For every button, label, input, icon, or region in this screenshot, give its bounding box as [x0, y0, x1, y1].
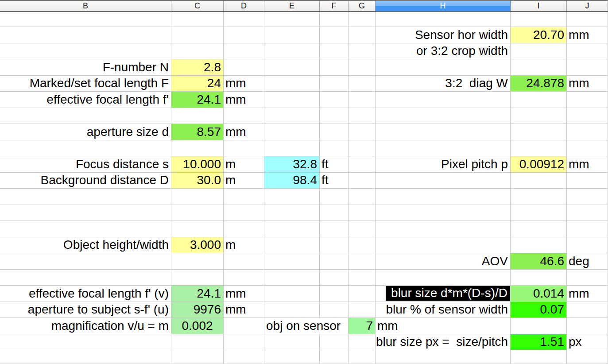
cell-G14[interactable]: [349, 221, 376, 237]
cell-J15[interactable]: [567, 237, 608, 254]
cell-I18[interactable]: 0.014: [511, 286, 567, 302]
cell-I20[interactable]: [511, 318, 567, 334]
cell-D5[interactable]: mm: [224, 76, 264, 92]
column-header-B[interactable]: B: [0, 1, 171, 11]
cell-H15[interactable]: [376, 237, 511, 254]
cell-C5[interactable]: 24: [171, 76, 224, 92]
cell-B9[interactable]: [0, 140, 171, 157]
cell-C2[interactable]: [171, 27, 224, 43]
cell-D18[interactable]: mm: [224, 286, 264, 302]
cell-H20[interactable]: mm: [376, 318, 511, 334]
cell-G20[interactable]: 7: [349, 318, 376, 334]
cell-H16[interactable]: AOV: [376, 253, 511, 270]
column-header-F[interactable]: F: [320, 1, 349, 11]
cell-J20[interactable]: [567, 318, 608, 334]
cell-G1[interactable]: [349, 12, 376, 27]
cell-G8[interactable]: [349, 124, 376, 140]
cell-I17[interactable]: [511, 270, 567, 286]
cell-F16[interactable]: [320, 253, 349, 270]
cell-H5[interactable]: 3:2 diag W: [376, 76, 511, 92]
cell-I21[interactable]: 1.51: [511, 334, 567, 351]
cell-J1[interactable]: [567, 12, 608, 27]
cell-I10[interactable]: 0.00912: [511, 156, 567, 173]
cell-D1[interactable]: [224, 12, 264, 27]
column-header-C[interactable]: C: [171, 1, 224, 11]
cell-G4[interactable]: [349, 59, 376, 76]
cell-I5[interactable]: 24.878: [511, 76, 567, 92]
cell-D7[interactable]: [224, 108, 264, 124]
cell-D15[interactable]: m: [224, 237, 264, 254]
cell-D19[interactable]: mm: [224, 302, 264, 318]
cell-B4[interactable]: F-number N: [0, 59, 171, 76]
cell-G7[interactable]: [349, 108, 376, 124]
cell-H11[interactable]: [376, 173, 511, 189]
cell-D13[interactable]: [224, 205, 264, 221]
cell-J17[interactable]: [567, 270, 608, 286]
cell-C22[interactable]: [171, 350, 224, 364]
cell-C7[interactable]: [171, 108, 224, 124]
cell-D11[interactable]: m: [224, 173, 264, 189]
cell-B18[interactable]: effective focal length f' (v): [0, 286, 171, 302]
cell-D16[interactable]: [224, 253, 264, 270]
cell-B15[interactable]: Object height/width: [0, 237, 171, 254]
cell-D17[interactable]: [224, 270, 264, 286]
cell-I19[interactable]: 0.07: [511, 302, 567, 318]
cell-B19[interactable]: aperture to subject s-f' (u): [0, 302, 171, 318]
cell-I7[interactable]: [511, 108, 567, 124]
cell-B3[interactable]: [0, 43, 171, 60]
cell-E22[interactable]: [264, 350, 320, 364]
cell-D21[interactable]: [224, 334, 264, 351]
column-header-E[interactable]: E: [264, 1, 320, 11]
cell-C3[interactable]: [171, 43, 224, 60]
cell-B13[interactable]: [0, 205, 171, 221]
cell-D12[interactable]: [224, 189, 264, 205]
cell-G2[interactable]: [349, 27, 376, 43]
cell-D4[interactable]: [224, 59, 264, 76]
cell-I15[interactable]: [511, 237, 567, 254]
cell-C21[interactable]: [171, 334, 224, 351]
cell-B14[interactable]: [0, 221, 171, 237]
cell-C9[interactable]: [171, 140, 224, 157]
cell-C6[interactable]: 24.1: [171, 92, 224, 108]
cell-G19[interactable]: [349, 302, 376, 318]
cell-I16[interactable]: 46.6: [511, 253, 567, 270]
cell-G18[interactable]: [349, 286, 376, 302]
cell-B20[interactable]: magnification v/u = m: [0, 318, 171, 334]
column-header-H[interactable]: H: [376, 1, 511, 11]
cell-J6[interactable]: [567, 92, 608, 108]
cell-F4[interactable]: [320, 59, 349, 76]
cell-B11[interactable]: Background distance D: [0, 173, 171, 189]
cell-I11[interactable]: [511, 173, 567, 189]
cell-G10[interactable]: [349, 156, 376, 173]
cell-E14[interactable]: [264, 221, 320, 237]
cell-H19[interactable]: blur % of sensor width: [376, 302, 511, 318]
cell-F9[interactable]: [320, 140, 349, 157]
cell-F19[interactable]: [320, 302, 349, 318]
cell-I12[interactable]: [511, 189, 567, 205]
cell-H13[interactable]: [376, 205, 511, 221]
cell-D22[interactable]: [224, 350, 264, 364]
cell-C1[interactable]: [171, 12, 224, 27]
cell-F5[interactable]: [320, 76, 349, 92]
cell-I1[interactable]: [511, 12, 567, 27]
cell-H1[interactable]: [376, 12, 511, 27]
cell-J12[interactable]: [567, 189, 608, 205]
cell-F14[interactable]: [320, 221, 349, 237]
cell-E9[interactable]: [264, 140, 320, 157]
cell-F10[interactable]: ft: [320, 156, 349, 173]
cell-H17[interactable]: [376, 270, 511, 286]
cell-G5[interactable]: [349, 76, 376, 92]
cell-E12[interactable]: [264, 189, 320, 205]
cell-C17[interactable]: [171, 270, 224, 286]
cell-B21[interactable]: [0, 334, 171, 351]
cell-D14[interactable]: [224, 221, 264, 237]
cell-C10[interactable]: 10.000: [171, 156, 224, 173]
cell-I6[interactable]: [511, 92, 567, 108]
cell-B10[interactable]: Focus distance s: [0, 156, 171, 173]
cell-C12[interactable]: [171, 189, 224, 205]
cell-B1[interactable]: [0, 12, 171, 27]
cell-H3[interactable]: or 3:2 crop width: [376, 43, 511, 60]
cell-E5[interactable]: [264, 76, 320, 92]
cell-D10[interactable]: m: [224, 156, 264, 173]
cell-J8[interactable]: [567, 124, 608, 140]
